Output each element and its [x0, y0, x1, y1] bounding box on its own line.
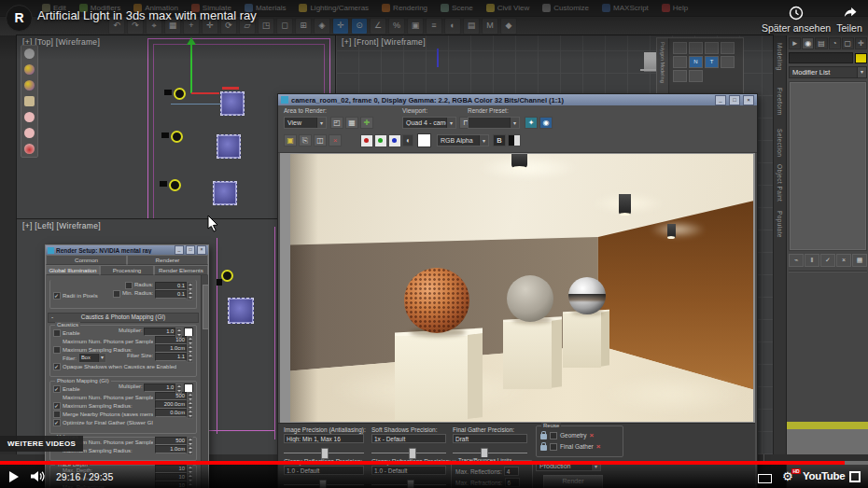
radius-field[interactable]: 0.1	[155, 282, 187, 290]
polygon-modeling-tab[interactable]: Polygon Modeling	[657, 38, 669, 100]
radius-checkbox[interactable]	[125, 282, 133, 289]
clone-window-icon[interactable]: ◫	[314, 134, 327, 146]
filter-dropdown[interactable]: Box▾	[78, 353, 106, 363]
viewport-front-label[interactable]: [+] [Front] [Wireframe]	[342, 37, 426, 47]
blue-channel-button[interactable]	[388, 134, 401, 147]
close-button[interactable]: ×	[743, 95, 754, 105]
stack-button[interactable]: ✓	[820, 254, 835, 267]
filter-size-field[interactable]: 1.1	[155, 353, 187, 361]
channel-avatar[interactable]: R	[6, 5, 33, 32]
render-setup-icon[interactable]: ✦	[525, 117, 538, 129]
image-precision-combo[interactable]: High: Min 1, Max 16	[284, 434, 364, 443]
ribbon-button[interactable]	[721, 42, 735, 54]
macro-teapot-icon[interactable]	[24, 144, 35, 154]
red-channel-button[interactable]	[360, 134, 373, 147]
render-setup-titlebar[interactable]: Render Setup: NVIDIA mental ray _ □ ×	[46, 245, 208, 255]
volume-icon[interactable]	[30, 470, 47, 482]
photon-enable-checkbox[interactable]	[53, 385, 61, 393]
row-field[interactable]: 0.0cm	[155, 409, 193, 419]
ribbon-button[interactable]: T	[705, 56, 719, 68]
stack-button[interactable]: ‖	[805, 254, 819, 267]
gear-icon[interactable]	[24, 49, 35, 59]
min-radius-field[interactable]: 0.1	[155, 290, 187, 299]
macro-pink-icon[interactable]	[24, 128, 35, 138]
modifier-list-dropdown[interactable]: Modifier List ▾	[789, 66, 867, 78]
stack-button[interactable]: ▦	[852, 254, 867, 267]
toolbar-icon[interactable]: ✛	[332, 18, 349, 35]
image-precision-slider[interactable]	[284, 448, 364, 457]
caustics-multiplier-field[interactable]: 1.0	[144, 328, 175, 336]
menu-item[interactable]: Help	[655, 0, 694, 16]
render-setup-tab[interactable]: Render Elements	[154, 265, 208, 275]
command-panel-tab[interactable]: ✛	[855, 37, 867, 49]
more-videos-badge[interactable]: WEITERE VIDEOS	[0, 436, 83, 452]
maximize-button[interactable]: □	[186, 245, 195, 255]
toolbar-icon[interactable]: ◆	[500, 18, 517, 35]
render-setup-tab[interactable]: Renderer	[127, 255, 208, 265]
photometric-light-icon[interactable]	[221, 270, 233, 282]
toolbar-icon[interactable]: ◐	[444, 18, 461, 35]
edit-region-icon[interactable]: ◰	[330, 117, 343, 129]
ribbon-tab-modeling[interactable]: Modeling	[777, 43, 783, 71]
viewport-dropdown[interactable]: Quad 4 - camera▾	[402, 117, 456, 129]
environment-icon[interactable]: ◉	[539, 117, 553, 129]
toolbar-icon[interactable]: ≡	[426, 18, 442, 35]
lock-icon[interactable]	[540, 434, 547, 439]
area-to-render-dropdown[interactable]: View▾	[284, 117, 327, 129]
final-gather-checkbox[interactable]	[550, 443, 557, 451]
command-panel-tab[interactable]: ◉	[802, 37, 814, 49]
toolbar-icon[interactable]: ⊙	[351, 18, 368, 35]
photometric-light-icon[interactable]	[174, 88, 186, 100]
row-field[interactable]: 1.0cm	[155, 445, 193, 455]
macro-stack-icon[interactable]	[24, 96, 35, 106]
dialog-scrollbar[interactable]	[201, 275, 208, 488]
ribbon-button[interactable]	[721, 56, 735, 68]
row-checkbox[interactable]	[53, 402, 61, 410]
macro-pink-icon[interactable]	[24, 112, 35, 122]
command-panel-tab[interactable]: ►	[789, 37, 801, 49]
viewport-select-icon[interactable]: ✚	[360, 117, 373, 129]
settings-gear-icon[interactable]: ⚙HD	[782, 469, 793, 483]
render-setup-tab[interactable]: Global Illumination	[46, 265, 100, 275]
radii-pixels-checkbox[interactable]	[53, 292, 61, 300]
ribbon-button[interactable]	[689, 70, 703, 82]
toolbar-icon[interactable]: %	[388, 18, 405, 35]
final-gather-precision-combo[interactable]: Draft	[453, 434, 527, 443]
share-icon[interactable]	[843, 5, 859, 20]
rendered-image[interactable]	[290, 154, 753, 422]
ribbon-tab-object-paint[interactable]: Object Paint	[777, 164, 783, 202]
sphere-object-wire[interactable]	[220, 91, 245, 116]
share-button[interactable]: Teilen	[831, 22, 868, 34]
final-gather-slider[interactable]	[453, 448, 527, 457]
photometric-light-icon[interactable]	[169, 179, 181, 191]
menu-item[interactable]: MAXScript	[595, 0, 655, 16]
caustics-enable-checkbox[interactable]	[53, 329, 61, 337]
ribbon-tab-populate[interactable]: Populate	[777, 211, 783, 238]
command-panel-tab[interactable]: ▢	[842, 37, 854, 49]
monochrome-button[interactable]: ◖	[402, 134, 413, 146]
fullscreen-icon[interactable]	[849, 471, 861, 482]
sphere-object-wire[interactable]	[228, 298, 254, 324]
command-panel-tab[interactable]: ◔	[829, 37, 841, 49]
ribbon-tab-freeform[interactable]: Freeform	[777, 88, 783, 116]
background-color-swatch[interactable]	[417, 133, 431, 147]
geometry-checkbox[interactable]	[550, 432, 557, 439]
youtube-logo[interactable]: YouTube	[803, 470, 845, 481]
row-checkbox[interactable]	[53, 411, 61, 418]
split-compare-icon[interactable]	[508, 134, 521, 146]
toolbar-icon[interactable]: ▣	[407, 18, 424, 35]
modifier-stack[interactable]	[789, 81, 867, 251]
auto-region-icon[interactable]: ▦	[345, 117, 358, 129]
channel-display-dropdown[interactable]: RGB Alpha▾	[437, 134, 489, 146]
photon-multiplier-field[interactable]: 1.0	[144, 383, 175, 392]
object-color-swatch[interactable]	[855, 53, 867, 63]
render-preset-dropdown[interactable]: ▾	[468, 117, 520, 129]
toolbar-icon[interactable]: ◳	[258, 18, 274, 35]
watch-later-button[interactable]: Später ansehen	[756, 22, 836, 34]
toolbar-icon[interactable]: ◈	[314, 18, 330, 35]
soft-shadows-combo[interactable]: 1x - Default	[371, 434, 446, 443]
sphere-object-wire[interactable]	[217, 134, 241, 159]
ribbon-tab-selection[interactable]: Selection	[777, 129, 783, 157]
clear-image-icon[interactable]: ×	[329, 134, 342, 146]
video-title[interactable]: Artificial Light in 3ds max with mental …	[37, 8, 257, 22]
